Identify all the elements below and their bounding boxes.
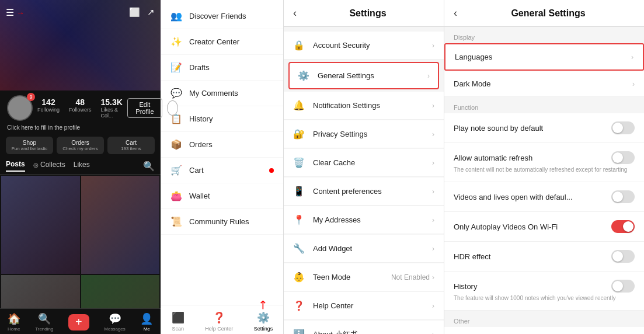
bottom-navigation: 🏠 Home 🔍 Trending + 💬 Messages 👤 Me [0,308,161,334]
menu-item-creator-center[interactable]: ✨ Creator Center [161,29,283,55]
history-row: History [454,280,635,293]
shop-sub: Fun and fantastic [11,146,48,151]
hamburger-icon: ☰ [6,7,14,18]
settings-label-teen-mode: Teen Mode [313,273,391,281]
general-back-button[interactable]: ‹ [454,7,457,19]
likes-count: 15.3K [101,98,123,107]
auto-refresh-toggle[interactable] [611,151,635,164]
hdr-toggle[interactable] [611,250,635,263]
menu-label-my-comments: My Comments [189,89,274,98]
history-sub: The feature will show 1000 notes which y… [454,294,616,302]
post-thumbnail[interactable] [1,275,80,308]
scan-label: Scan [172,326,184,332]
menu-item-discover-friends[interactable]: 👥 Discover Friends [161,4,283,29]
stat-following[interactable]: 142 Following [37,98,60,119]
chevron-icon: › [432,102,434,110]
settings-label-content-preferences: Content preferences [313,187,432,196]
chevron-icon: › [427,72,430,80]
menu-tab-scan[interactable]: ⬛ Scan [172,311,185,332]
share-icon[interactable]: ⬜ [129,7,140,18]
menu-tab-help-center[interactable]: ❓ Help Center [205,311,233,332]
cart-sub: 193 items [112,146,150,151]
settings-item-privacy[interactable]: 🔐 Privacy Settings › [284,120,444,148]
settings-item-addresses[interactable]: 📍 My Addresses › [284,206,444,234]
clear-cache-icon: 🗑️ [293,157,306,168]
general-item-autoplay-wifi: Only Autoplay Videos On Wi-Fi [444,212,644,242]
menu-item-community-rules[interactable]: 📜 Community Rules [161,209,283,235]
hamburger-menu[interactable]: ☰ → [6,7,25,18]
cart-label: Cart [126,140,137,146]
hdr-label: HDR effect [454,252,611,261]
menu-item-wallet[interactable]: 👛 Wallet [161,183,283,209]
play-note-sound-toggle[interactable] [611,121,635,134]
notification-badge: 9 [27,93,35,101]
orders-sub: Check my orders [61,146,99,151]
settings-item-help-center[interactable]: ❓ Help Center › [284,292,444,320]
nav-home-label: Home [8,326,20,332]
autoplay-wifi-toggle[interactable] [611,220,635,233]
settings-item-account-security[interactable]: 🔒 Account Security › [284,32,444,60]
nav-messages[interactable]: 💬 Messages [104,312,125,332]
likes-label: Likes & Col... [101,107,123,119]
settings-item-content-preferences[interactable]: 📱 Content preferences › [284,178,444,206]
cart-badge [269,168,274,173]
settings-label-addresses: My Addresses [313,215,432,224]
add-widget-icon: 🔧 [293,243,306,254]
shop-button[interactable]: Shop Fun and fantastic [6,137,53,154]
menu-tab-settings[interactable]: ↙ ⚙️ Settings [254,311,273,332]
orders-button[interactable]: Orders Check my orders [57,137,104,154]
settings-item-notifications[interactable]: 🔔 Notification Settings › [284,92,444,120]
videos-lives-toggle[interactable] [611,190,635,203]
menu-label-drafts: Drafts [189,63,274,72]
stat-likes[interactable]: 15.3K Likes & Col... [101,98,123,119]
following-label: Following [37,107,60,113]
profile-background: ☰ → ⬜ ↗ [0,0,161,91]
menu-item-my-comments[interactable]: 💬 My Comments [161,81,283,106]
discover-friends-icon: 👥 [170,11,182,22]
settings-item-general[interactable]: ⚙️ General Settings › [288,62,439,89]
history-toggle[interactable] [611,280,635,293]
edit-profile-button[interactable]: Edit Profile [127,98,162,118]
post-thumbnail[interactable] [81,275,160,308]
menu-item-cart[interactable]: 🛒 Cart [161,158,283,183]
settings-item-add-widget[interactable]: 🔧 Add Widget › [284,235,444,263]
play-note-sound-label: Play note sound by default [454,124,611,133]
general-item-languages[interactable]: Languages › [444,43,644,71]
settings-label-help-center: Help Center [313,301,432,310]
videos-lives-label: Videos and lives open with defaul... [454,193,611,201]
general-item-dark-mode[interactable]: Dark Mode › [444,71,644,97]
other-section-header: Other [444,311,644,327]
external-link-icon[interactable]: ↗ [147,7,155,18]
menu-item-history[interactable]: 📋 History [161,106,283,132]
comments-icon: 💬 [170,88,182,99]
nav-me[interactable]: 👤 Me [140,312,153,332]
profile-settings-button[interactable]: ⚙ [167,100,178,116]
cart-button[interactable]: Cart 193 items [107,137,155,154]
post-thumbnail[interactable] [81,176,160,274]
settings-panel: ‹ Settings 🔒 Account Security › ⚙️ Gener… [283,0,444,334]
settings-header: ‹ Settings [284,0,444,27]
menu-label-discover-friends: Discover Friends [189,12,274,20]
stat-followers[interactable]: 48 Followers [69,98,92,119]
tab-posts[interactable]: Posts [6,160,25,172]
teen-mode-value: Not Enabled [391,273,430,281]
nav-trending[interactable]: 🔍 Trending [35,312,53,332]
menu-item-drafts[interactable]: 📝 Drafts [161,55,283,81]
privacy-icon: 🔐 [293,128,306,140]
nav-home[interactable]: 🏠 Home [8,312,20,332]
tab-likes[interactable]: Likes [74,161,90,171]
settings-item-teen-mode[interactable]: 👶 Teen Mode Not Enabled › [284,263,444,291]
menu-label-creator-center: Creator Center [189,37,274,46]
content-tabs: Posts ◎ Collects Likes 🔍 [0,158,161,175]
top-right-icons: ⬜ ↗ [129,7,155,18]
menu-item-orders[interactable]: 📦 Orders [161,132,283,158]
content-search-icon[interactable]: 🔍 [143,161,155,172]
settings-back-button[interactable]: ‹ [293,7,297,19]
tab-collects[interactable]: ◎ Collects [33,161,65,171]
settings-item-clear-cache[interactable]: 🗑️ Clear Cache › [284,149,444,177]
post-thumbnail[interactable] [1,176,80,274]
auto-refresh-row: Allow automatic refresh [454,151,635,164]
settings-item-about[interactable]: ℹ️ About 小红书 › [284,321,444,334]
account-security-icon: 🔒 [293,40,306,51]
nav-create[interactable]: + [68,314,89,330]
